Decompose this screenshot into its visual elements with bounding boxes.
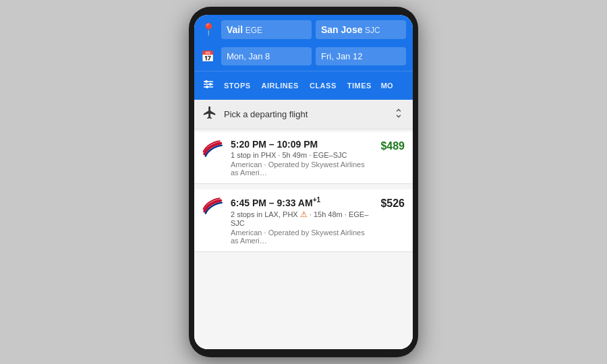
- flight-info: 5:20 PM – 10:09 PM 1 stop in PHX · 5h 49…: [231, 139, 374, 177]
- locations-row: 📍 Vail EGE San Jose SJC: [194, 15, 413, 44]
- flight-airline-info: American · Operated by Skywest Airlines …: [231, 160, 374, 177]
- phone-screen: 📍 Vail EGE San Jose SJC 📅 Mon, Jan 8 Fri…: [194, 15, 413, 349]
- flight-times-2: 6:45 PM – 9:33 AM+1: [231, 196, 374, 208]
- results-area: Pick a departing flight: [194, 100, 413, 349]
- flight-price: $489: [380, 140, 405, 152]
- svg-point-5: [206, 86, 208, 88]
- calendar-icon: 📅: [201, 50, 217, 63]
- destination-field[interactable]: San Jose SJC: [316, 20, 406, 39]
- svg-point-1: [205, 80, 208, 83]
- pick-header-left: Pick a departing flight: [202, 105, 308, 123]
- american-airlines-logo-2: [202, 196, 224, 218]
- origin-code: EGE: [245, 26, 262, 35]
- departing-plane-icon: [202, 105, 217, 123]
- flight-times: 5:20 PM – 10:09 PM: [231, 139, 374, 150]
- flight-airline-info-2: American · Operated by Skywest Airlines …: [231, 229, 374, 245]
- tab-more[interactable]: MO: [377, 75, 397, 96]
- depart-date-field[interactable]: Mon, Jan 8: [221, 47, 312, 65]
- flight-card[interactable]: 6:45 PM – 9:33 AM+1 2 stops in LAX, PHX …: [194, 189, 413, 252]
- flight-stops-duration: 1 stop in PHX · 5h 49m · EGE–SJC: [231, 151, 374, 159]
- flight-info-2: 6:45 PM – 9:33 AM+1 2 stops in LAX, PHX …: [231, 196, 374, 245]
- return-date: Fri, Jan 12: [321, 51, 362, 61]
- pick-flight-header: Pick a departing flight: [194, 100, 413, 129]
- return-date-field[interactable]: Fri, Jan 12: [316, 47, 406, 65]
- dest-code: SJC: [365, 26, 380, 35]
- dates-row: 📅 Mon, Jan 8 Fri, Jan 12: [194, 44, 413, 71]
- phone-device: 📍 Vail EGE San Jose SJC 📅 Mon, Jan 8 Fri…: [189, 7, 418, 357]
- pick-label: Pick a departing flight: [224, 109, 308, 119]
- tab-stops[interactable]: STOPS: [219, 75, 256, 96]
- flight-card[interactable]: 5:20 PM – 10:09 PM 1 stop in PHX · 5h 49…: [194, 132, 413, 184]
- filter-tabs-bar: STOPS AIRLINES CLASS TIMES MO: [194, 71, 413, 100]
- dest-city: San Jose: [321, 24, 362, 35]
- origin-field[interactable]: Vail EGE: [221, 20, 312, 39]
- tab-airlines[interactable]: AIRLINES: [256, 75, 304, 96]
- location-pin-icon: 📍: [201, 22, 217, 37]
- svg-point-3: [209, 83, 212, 86]
- flight-price-2: $526: [380, 198, 405, 210]
- warning-icon: ⚠: [300, 210, 308, 219]
- search-header: 📍 Vail EGE San Jose SJC 📅 Mon, Jan 8 Fri…: [194, 15, 413, 100]
- origin-city: Vail: [227, 24, 243, 35]
- depart-date: Mon, Jan 8: [227, 51, 270, 61]
- flight-stops-duration-2: 2 stops in LAX, PHX ⚠ · 15h 48m · EGE–SJ…: [231, 210, 374, 227]
- tab-times[interactable]: TIMES: [342, 75, 377, 96]
- sort-icon[interactable]: [393, 107, 405, 122]
- filter-sliders-icon: [198, 71, 219, 100]
- next-day-indicator: +1: [313, 196, 320, 204]
- american-airlines-logo: [202, 139, 224, 160]
- tab-class[interactable]: CLASS: [304, 75, 342, 96]
